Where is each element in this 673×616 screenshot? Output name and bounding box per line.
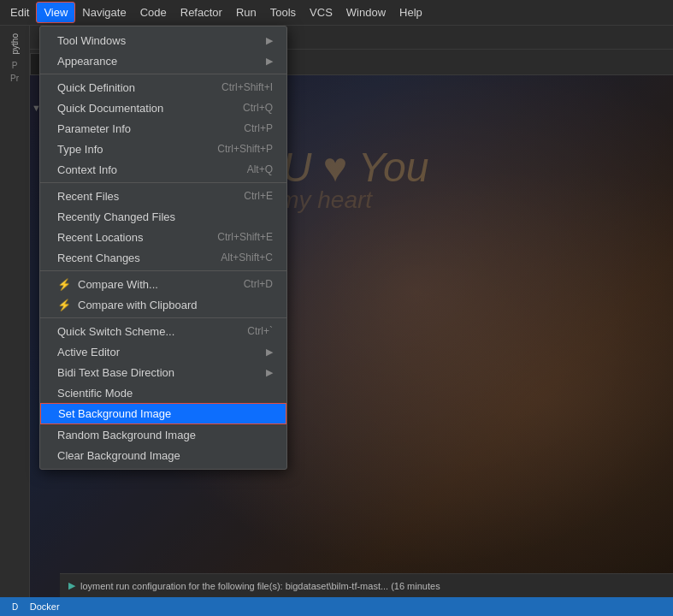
menu-bidi-text-label: Bidi Text Base Direction	[57, 366, 174, 379]
menu-scientific-mode-label: Scientific Mode	[57, 387, 133, 400]
menu-recently-changed-files[interactable]: Recently Changed Files	[40, 206, 286, 227]
view-dropdown-menu: Tool Windows ▶ Appearance ▶ Quick Defini…	[39, 26, 287, 470]
menubar-vcs[interactable]: VCS	[303, 3, 339, 22]
appearance-arrow-icon: ▶	[266, 56, 273, 67]
menubar: Edit View Navigate Code Refactor Run Too…	[0, 0, 673, 26]
notification-icon: ▶	[68, 580, 75, 591]
menu-appearance-label: Appearance	[57, 55, 117, 68]
separator-2	[40, 182, 286, 183]
notification-bar: ▶ loyment run configuration for the foll…	[60, 573, 673, 597]
menu-parameter-info[interactable]: Parameter Info Ctrl+P	[40, 118, 286, 139]
menu-tool-windows[interactable]: Tool Windows ▶	[40, 30, 286, 50]
menu-recent-changes-label: Recent Changes	[57, 252, 140, 264]
menu-quick-documentation-label: Quick Documentation	[57, 102, 163, 115]
quick-definition-shortcut: Ctrl+Shift+I	[221, 81, 273, 93]
menu-compare-with[interactable]: ⚡ Compare With... Ctrl+D	[40, 274, 286, 294]
active-editor-arrow-icon: ▶	[266, 346, 273, 358]
menubar-navigate[interactable]: Navigate	[75, 3, 133, 22]
menu-recent-locations-label: Recent Locations	[57, 231, 143, 244]
menu-context-info-label: Context Info	[57, 163, 117, 176]
separator-4	[40, 317, 286, 318]
menu-set-background-image[interactable]: Set Background Image	[40, 403, 286, 424]
context-info-shortcut: Alt+Q	[247, 163, 273, 175]
menubar-tools[interactable]: Tools	[263, 3, 303, 22]
menu-type-info[interactable]: Type Info Ctrl+Shift+P	[40, 139, 286, 159]
recent-locations-shortcut: Ctrl+Shift+E	[217, 231, 273, 243]
menu-parameter-info-label: Parameter Info	[57, 122, 131, 135]
docker-side-label: D	[12, 602, 18, 612]
menu-random-background-image[interactable]: Random Background Image	[40, 424, 286, 445]
menu-recently-changed-files-label: Recently Changed Files	[57, 210, 175, 223]
type-info-shortcut: Ctrl+Shift+P	[217, 143, 273, 155]
bidi-text-arrow-icon: ▶	[266, 367, 273, 378]
menu-quick-switch-scheme[interactable]: Quick Switch Scheme... Ctrl+`	[40, 321, 286, 341]
compare-clipboard-icon: ⚡	[57, 298, 71, 311]
recent-changes-shortcut: Alt+Shift+C	[221, 252, 273, 264]
compare-with-icon: ⚡	[57, 277, 71, 291]
menubar-view[interactable]: View	[36, 2, 75, 23]
menu-quick-switch-scheme-label: Quick Switch Scheme...	[57, 325, 174, 338]
menubar-edit[interactable]: Edit	[3, 3, 36, 22]
menubar-code[interactable]: Code	[133, 3, 174, 22]
menu-bidi-text[interactable]: Bidi Text Base Direction ▶	[40, 362, 286, 382]
docker-label: Docker	[30, 601, 60, 612]
quick-documentation-shortcut: Ctrl+Q	[243, 102, 273, 114]
menu-context-info[interactable]: Context Info Alt+Q	[40, 159, 286, 180]
sidebar-project-label[interactable]: pytho	[9, 30, 21, 57]
status-bar: 6: T Docker	[0, 597, 673, 616]
menu-quick-documentation[interactable]: Quick Documentation Ctrl+Q	[40, 98, 286, 118]
menu-recent-locations[interactable]: Recent Locations Ctrl+Shift+E	[40, 227, 286, 247]
separator-1	[40, 74, 286, 74]
recent-files-shortcut: Ctrl+E	[244, 190, 273, 202]
parameter-info-shortcut: Ctrl+P	[244, 122, 273, 134]
tool-windows-arrow-icon: ▶	[266, 35, 273, 46]
compare-with-shortcut: Ctrl+D	[244, 278, 273, 290]
menubar-help[interactable]: Help	[393, 3, 429, 22]
separator-3	[40, 270, 286, 271]
menu-compare-clipboard-label: Compare with Clipboard	[78, 299, 197, 311]
menu-recent-files-label: Recent Files	[57, 190, 119, 203]
menu-clear-background-image-label: Clear Background Image	[57, 449, 180, 462]
menubar-window[interactable]: Window	[339, 3, 393, 22]
menu-tool-windows-label: Tool Windows	[57, 34, 126, 47]
menu-compare-clipboard[interactable]: ⚡ Compare with Clipboard	[40, 294, 286, 315]
menu-set-background-image-label: Set Background Image	[58, 407, 171, 420]
docker-side-tab[interactable]: D	[0, 597, 30, 616]
sidebar-item-p[interactable]: P	[12, 61, 18, 70]
menu-quick-definition-label: Quick Definition	[57, 81, 135, 94]
menu-recent-changes[interactable]: Recent Changes Alt+Shift+C	[40, 247, 286, 268]
menu-recent-files[interactable]: Recent Files Ctrl+E	[40, 186, 286, 206]
menu-appearance[interactable]: Appearance ▶	[40, 50, 286, 71]
menu-active-editor-label: Active Editor	[57, 346, 120, 358]
menu-quick-definition[interactable]: Quick Definition Ctrl+Shift+I	[40, 77, 286, 98]
menubar-refactor[interactable]: Refactor	[174, 3, 229, 22]
menubar-run[interactable]: Run	[229, 3, 263, 22]
sidebar-item-pr[interactable]: Pr	[10, 74, 19, 83]
sidebar: pytho P Pr	[0, 26, 30, 616]
menu-compare-with-label: Compare With...	[78, 278, 158, 291]
menu-random-background-image-label: Random Background Image	[57, 429, 196, 441]
menu-clear-background-image[interactable]: Clear Background Image	[40, 445, 286, 465]
notification-text: loyment run configuration for the follow…	[80, 581, 440, 591]
menu-scientific-mode[interactable]: Scientific Mode	[40, 382, 286, 403]
menu-type-info-label: Type Info	[57, 143, 103, 156]
quick-switch-scheme-shortcut: Ctrl+`	[247, 325, 273, 337]
menu-active-editor[interactable]: Active Editor ▶	[40, 341, 286, 362]
